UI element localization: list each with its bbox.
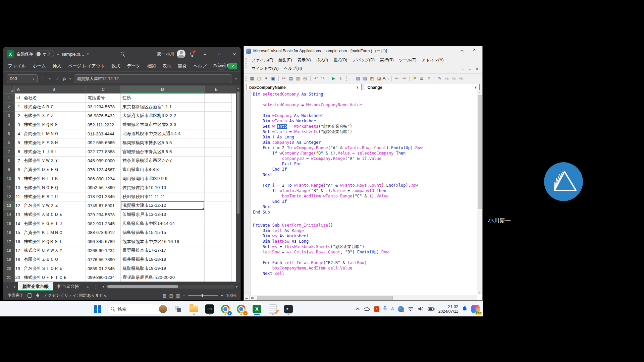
tray-app-icon[interactable] xyxy=(398,306,404,312)
cell-C20[interactable]: 0859-01-2345 xyxy=(86,264,121,273)
sort-icon[interactable]: A→ xyxy=(383,75,389,82)
cell-A19[interactable]: 18 xyxy=(15,255,22,264)
notepad-button[interactable] xyxy=(266,303,279,315)
scroll-left-icon[interactable] xyxy=(102,285,104,288)
cell-B12[interactable]: 株式会社ＲＳＴＵ xyxy=(22,192,86,201)
cell-A6[interactable]: 5 xyxy=(15,138,22,147)
row-header-18[interactable]: 18 xyxy=(3,246,15,255)
notification-bell-icon[interactable] xyxy=(462,306,468,312)
cell-D6[interactable]: 福岡県福岡市博多区5-5-5 xyxy=(121,138,205,147)
maximize-button[interactable] xyxy=(214,47,226,61)
vba-menu-3[interactable]: 挿入(I) xyxy=(313,56,330,64)
cell-D13[interactable]: 滋賀県大津市12-12-12 xyxy=(121,201,205,210)
chrome-profile2-button[interactable]: k xyxy=(235,303,248,315)
cell-B4[interactable]: 株式会社ＰＱＲＳ xyxy=(22,120,86,129)
cell-A9[interactable]: 8 xyxy=(15,165,22,174)
row-header-5[interactable]: 5 xyxy=(3,129,15,138)
cell-E14[interactable] xyxy=(205,210,228,219)
cell-B20[interactable]: 合名会社ＳＴＯＲＥ xyxy=(22,264,86,273)
vba-menu-4[interactable]: 書式(O) xyxy=(331,56,350,64)
ribbon-tab-9[interactable]: ヘルプ xyxy=(190,61,210,71)
vertical-scrollbar[interactable] xyxy=(236,85,240,282)
ribbon-tab-8[interactable]: 開発 xyxy=(174,61,190,71)
cell-A5[interactable]: 4 xyxy=(15,129,22,138)
macro-record-icon[interactable] xyxy=(28,293,32,298)
column-header-D[interactable]: D xyxy=(121,85,205,94)
minimize-button[interactable] xyxy=(199,47,211,61)
insert-userform-icon[interactable]: ▢ xyxy=(256,75,262,82)
cell-B15[interactable]: 有限会社ＦＧＨＩＪ xyxy=(22,219,86,228)
row-header-2[interactable]: 2 xyxy=(3,103,15,112)
indent-icon[interactable]: ⇒ xyxy=(401,75,407,82)
cell-C7[interactable]: 022-777-8888 xyxy=(86,147,121,157)
cell-E17[interactable] xyxy=(205,237,228,246)
zoom-level[interactable]: 100% xyxy=(226,293,236,298)
ribbon-tab-2[interactable]: 挿入 xyxy=(49,61,65,71)
horizontal-scroll-track[interactable] xyxy=(106,285,235,289)
select-all-corner[interactable] xyxy=(3,85,15,94)
cell-D8[interactable]: 神奈川県横浜市西区7-7-7 xyxy=(121,157,205,166)
cell-C2[interactable]: 03-1234-5678 xyxy=(86,103,121,112)
cell-D9[interactable]: 富山県富山市8-8-8 xyxy=(121,165,205,174)
filename-menu[interactable]: sample.xl… xyxy=(62,52,89,57)
start-button[interactable] xyxy=(91,303,104,315)
cell-D17[interactable]: 熊本県熊本市中央区16-16-16 xyxy=(121,237,205,246)
cell-A10[interactable]: 9 xyxy=(15,174,22,183)
vba-menu-0[interactable]: ファイル(F) xyxy=(249,56,276,64)
cell-A17[interactable]: 16 xyxy=(15,237,22,246)
cell-D5[interactable]: 北海道札幌市中央区大通4-4-4 xyxy=(121,129,205,138)
cell-A16[interactable]: 15 xyxy=(15,228,22,237)
sheet-nav-right-icon[interactable] xyxy=(11,284,18,289)
vba-menu-6[interactable]: 実行(R) xyxy=(377,56,396,64)
break-icon[interactable]: ‖ xyxy=(337,75,344,82)
cell-C5[interactable]: 011-333-4444 xyxy=(86,129,121,138)
zoom-in-icon[interactable] xyxy=(221,293,223,298)
onedrive-cloud-icon[interactable] xyxy=(363,306,370,311)
cell-A3[interactable]: 2 xyxy=(15,112,22,121)
project-explorer-icon[interactable]: ▧ xyxy=(355,75,361,82)
cell-B19[interactable]: 有限会社Ｚ＆ＣＯ xyxy=(22,255,86,264)
cell-A20[interactable]: 19 xyxy=(15,264,22,273)
wifi-icon[interactable] xyxy=(408,306,414,311)
new-sheet-button[interactable] xyxy=(84,284,92,290)
object-browser-icon[interactable]: ◪ xyxy=(376,75,382,82)
zoom-slider[interactable] xyxy=(188,295,218,296)
sheet-tab-顧客企業台帳[interactable]: 顧客企業台帳 xyxy=(18,282,53,291)
cell-C6[interactable]: 092-555-6666 xyxy=(86,138,121,147)
share-icon[interactable] xyxy=(228,63,237,69)
properties-window-icon[interactable]: ▨ xyxy=(362,75,368,82)
cell-E9[interactable] xyxy=(205,165,228,174)
sheet-nav-left-icon[interactable] xyxy=(3,284,11,289)
child-restore-icon[interactable] xyxy=(469,67,471,72)
cell-A14[interactable]: 13 xyxy=(15,210,22,219)
excel-taskbar-button[interactable] xyxy=(251,303,263,315)
cell-D4[interactable]: 愛知県名古屋市中区栄3-3-3 xyxy=(121,120,205,129)
toggle-breakpoint-icon[interactable]: % xyxy=(458,75,464,82)
formula-bar-expand-icon[interactable] xyxy=(235,77,237,80)
cell-A11[interactable]: 10 xyxy=(15,183,22,192)
cell-E3[interactable] xyxy=(205,112,228,121)
code-vertical-scrollbar[interactable] xyxy=(477,90,482,295)
search-icon[interactable] xyxy=(120,52,125,56)
redo-icon[interactable]: ↷ xyxy=(320,75,326,82)
cell-D12[interactable]: 秋田県秋田市11-11-11 xyxy=(121,192,205,201)
cell-D15[interactable]: 広島県広島市中区14-14-14 xyxy=(121,219,205,228)
cancel-entry-icon[interactable] xyxy=(47,76,52,81)
lightbulb-icon[interactable] xyxy=(190,51,195,57)
row-header-3[interactable]: 3 xyxy=(3,112,15,121)
cell-E5[interactable] xyxy=(205,129,228,138)
search-highlight-image[interactable] xyxy=(159,305,167,313)
row-header-7[interactable]: 7 xyxy=(3,147,15,157)
cell-E19[interactable] xyxy=(205,255,228,264)
ribbon-tab-1[interactable]: ホーム xyxy=(29,61,49,71)
page-break-view-icon[interactable] xyxy=(176,293,180,298)
copilot-icon[interactable]: PRE xyxy=(471,305,480,313)
column-header-E[interactable]: E xyxy=(205,85,228,94)
quick-info-icon[interactable]: ✎ xyxy=(436,75,443,82)
ribbon-tab-5[interactable]: データ xyxy=(124,61,144,71)
cell-C14[interactable]: 029-234-5678 xyxy=(86,210,121,219)
cell-B16[interactable]: 合資会社ＫＬＭＮＯ xyxy=(22,228,86,237)
cut-icon[interactable]: ✂ xyxy=(281,75,287,82)
terminal-button[interactable] xyxy=(282,303,295,315)
cell-C3[interactable]: 06-9876-5432 xyxy=(86,112,121,121)
